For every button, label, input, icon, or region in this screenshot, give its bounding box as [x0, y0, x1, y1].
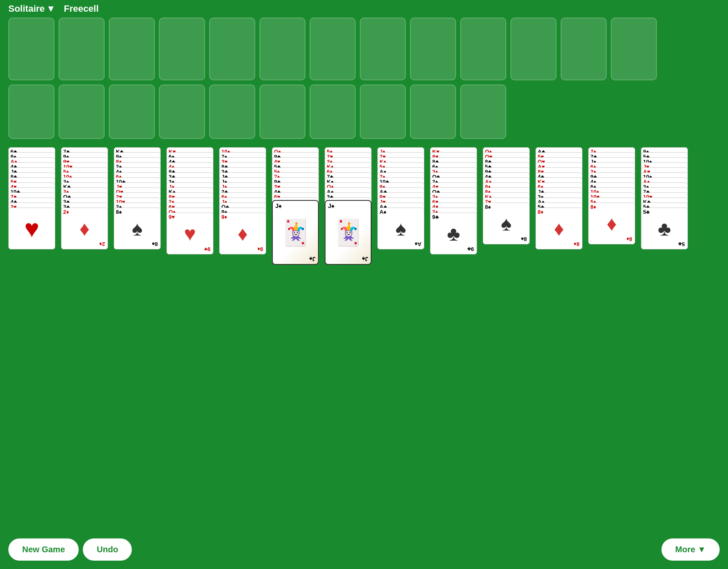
foundation-slot-1[interactable] — [59, 85, 105, 139]
column-6: 5♦7♥2♦K♦6♦7♣K♠Q♦A♠3♣5♦K♣ J♠ 🃏 J♠ — [325, 147, 374, 265]
freecell-slot-9[interactable] — [460, 18, 506, 80]
column-4: 10♦7♠3♥8♣3♣J♣J♠J♦2♣6♦J♦Q♣9♠ 9♦ 9♦ ♦ — [219, 147, 269, 254]
game-variant: Freecell — [64, 3, 99, 14]
column-3: K♥6♠4♣4♦8♣3♣3♠J♦K♠8♥2♦6♥Q♦ 9♥ 9♥ ♥ — [167, 147, 216, 254]
column-2: K♣9♠8♦2♠4♠6♦10♣J♥Q♥2♥10♥2♠ 8♠ 8♠ ♠ — [114, 147, 163, 249]
freecell-slot-10[interactable] — [510, 18, 556, 80]
card-3-13[interactable]: 9♥ 9♥ ♥ — [167, 213, 213, 254]
foundation-slot-4[interactable] — [209, 85, 255, 139]
foundation-slot-6[interactable] — [310, 85, 356, 139]
column-1: 7♣9♠9♥10♥5♦10♦3♠K♣3♦Q♣3♣3♣ 2♦ 2♦ ♦ — [61, 147, 110, 249]
more-button[interactable]: More ▼ — [661, 538, 720, 561]
columns-section: 6♣8♠A♦4♣J♣8♣5♥4♥10♣7♥4♣2♥♥7♣9♠9♥10♥5♦10♦… — [8, 147, 720, 265]
footer-left: New Game Undo — [8, 538, 132, 561]
foundation-slot-2[interactable] — [109, 85, 155, 139]
freecell-slot-1[interactable] — [59, 18, 105, 80]
foundation-slot-8[interactable] — [410, 85, 456, 139]
title-dropdown-icon: ▼ — [46, 3, 56, 14]
freecell-slot-11[interactable] — [561, 18, 607, 80]
card-0-12[interactable]: ♥ — [8, 208, 55, 249]
freecell-slot-6[interactable] — [310, 18, 356, 80]
column-10: A♣5♥Q♥A♥8♥4♣K♥6♦J♣3♠A♠5♣ 8♦ 8♦ ♦ — [536, 147, 585, 249]
column-9: Q♦Q♥8♣5♣9♣4♣A♦9♦8♦K♦7♥ 8♠ 8♠ ♠ — [483, 147, 532, 244]
column-7: J♦7♥K♦5♦A♠7♦10♣9♦A♣9♥J♥A♣ A♠ A♠ ♠ — [377, 147, 427, 249]
column-0: 6♣8♠A♦4♣J♣8♣5♥4♥10♣7♥4♣2♥♥ — [8, 147, 58, 249]
freecell-slot-4[interactable] — [209, 18, 255, 80]
freecell-slot-2[interactable] — [109, 18, 155, 80]
column-12: 8♠5♣10♠J♥A♥10♠A♦3♠7♣10♥K♣5♣ 5♣ 5♣ ♣ — [641, 147, 690, 249]
game-area: 6♣8♠A♦4♣J♣8♣5♥4♥10♣7♥4♣2♥♥7♣9♠9♥10♥5♦10♦… — [0, 18, 728, 265]
foundation-slot-9[interactable] — [460, 85, 506, 139]
second-row-slots — [8, 85, 720, 139]
card-9-11[interactable]: 8♠ 8♠ ♠ — [483, 202, 530, 244]
footer: New Game Undo More ▼ — [0, 530, 728, 569]
freecell-slot-0[interactable] — [8, 18, 54, 80]
column-5: Q♦9♣4♥5♣5♦7♦9♣3♥4♣6♥2♣A♥ J♠ 🃏 J♠ — [272, 147, 321, 265]
foundation-slot-0[interactable] — [8, 85, 54, 139]
column-11: 7♦7♣J♠6♦2♦9♣4♠6♠10♦10♥5♦ 8♦ 8♦ ♦ — [588, 147, 638, 244]
card-12-12[interactable]: 5♣ 5♣ ♣ — [641, 208, 688, 249]
new-game-button[interactable]: New Game — [8, 538, 79, 561]
undo-button[interactable]: Undo — [83, 538, 132, 561]
card-2-12[interactable]: 8♠ 8♠ ♠ — [114, 208, 161, 249]
foundation-slot-7[interactable] — [360, 85, 406, 139]
freecell-slot-8[interactable] — [410, 18, 456, 80]
header: Solitaire ▼ Freecell — [0, 0, 728, 18]
first-row-slots — [8, 18, 720, 80]
card-4-13[interactable]: 9♦ 9♦ ♦ — [219, 213, 266, 254]
freecell-slot-5[interactable] — [259, 18, 305, 80]
card-5-12[interactable]: J♠ 🃏 J♠ — [272, 200, 319, 265]
game-title[interactable]: Solitaire ▼ — [8, 3, 56, 14]
freecell-slot-12[interactable] — [611, 18, 657, 80]
card-10-12[interactable]: 8♦ 8♦ ♦ — [536, 208, 582, 249]
card-6-12[interactable]: J♠ 🃏 J♠ — [325, 200, 372, 265]
foundation-slot-5[interactable] — [259, 85, 305, 139]
freecell-slot-3[interactable] — [159, 18, 205, 80]
title-text: Solitaire — [8, 3, 45, 14]
freecell-slot-7[interactable] — [360, 18, 406, 80]
card-1-12[interactable]: 2♦ 2♦ ♦ — [61, 208, 108, 249]
card-8-13[interactable]: 9♣ 9♣ ♣ — [430, 213, 477, 254]
card-7-12[interactable]: A♠ A♠ ♠ — [377, 208, 424, 249]
foundation-slot-3[interactable] — [159, 85, 205, 139]
column-8: K♥8♥8♣6♠3♦Q♣2♠4♥Q♣3♦6♥4♥2♦ 9♣ 9♣ ♣ — [430, 147, 479, 254]
top-section — [8, 18, 720, 139]
card-11-11[interactable]: 8♦ 8♦ ♦ — [588, 202, 635, 244]
